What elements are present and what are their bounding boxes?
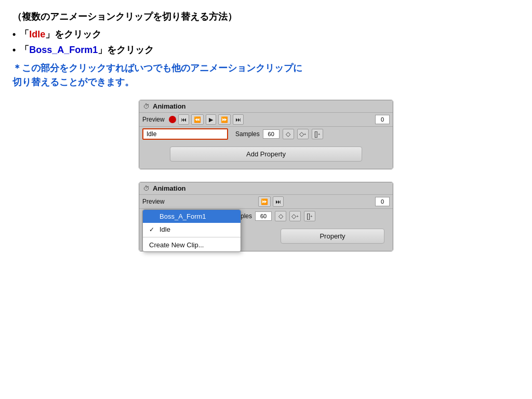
panel2-title: Animation: [153, 184, 186, 192]
bullet-dot-1: •: [12, 29, 16, 40]
bullet-item-2: • 「Boss_A_Form1」をクリック: [12, 44, 520, 56]
add-keyframe-btn-2[interactable]: []+: [304, 211, 315, 221]
record-button-1[interactable]: [169, 116, 176, 123]
step-fwd-btn-1[interactable]: ⏩: [218, 114, 231, 125]
panels-container: ⏱ Animation Preview ⏮ ⏪ ▶ ⏩ ⏭ 0 Idle Sam…: [12, 100, 520, 251]
checkmark-idle: ✓: [149, 226, 156, 233]
skip-end-btn-2[interactable]: ⏭: [273, 196, 284, 207]
note-text: ＊この部分をクリックすればいつでも他のアニメーションクリップに 切り替えることが…: [12, 61, 520, 89]
frame-number-2: 0: [375, 197, 390, 206]
samples-value-1: 60: [263, 129, 280, 139]
samples-label-1: Samples: [235, 130, 260, 138]
keyword-boss: Boss_A_Form1: [29, 45, 98, 55]
add-property-btn-2[interactable]: Property: [281, 229, 384, 244]
skip-start-btn-1[interactable]: ⏮: [178, 114, 189, 125]
clip-name-label-1: Idle: [147, 130, 156, 138]
page-container: （複数のアニメーションクリップを切り替える方法） • 「Idle」をクリック •…: [12, 10, 520, 251]
panel2-toolbar: Preview ⏩ ⏭ 0: [139, 195, 393, 209]
add-property-btn-1[interactable]: Add Property: [170, 147, 362, 162]
skip-end-btn-1[interactable]: ⏭: [233, 114, 244, 125]
samples-value-2: 60: [255, 211, 272, 221]
panel1-title: Animation: [153, 102, 186, 110]
dropdown-label-idle: Idle: [159, 225, 170, 233]
bullet-dot-2: •: [12, 45, 16, 56]
panel1-add-property-area: Add Property: [139, 141, 393, 169]
play-btn-1[interactable]: ▶: [206, 114, 216, 125]
diamond-plus-btn-2[interactable]: ◇+: [289, 211, 301, 221]
preview-label-2: Preview: [142, 198, 165, 205]
dropdown-label-boss: Boss_A_Form1: [159, 212, 206, 220]
panel1-title-bar: ⏱ Animation: [139, 100, 393, 113]
diamond-plus-btn-1[interactable]: ◇+: [297, 129, 309, 139]
diamond-btn-2[interactable]: ◇: [275, 211, 286, 221]
bullet-text-2: 「Boss_A_Form1」をクリック: [20, 44, 154, 56]
clip-name-box-1[interactable]: Idle: [142, 128, 228, 140]
animation-panel-1: ⏱ Animation Preview ⏮ ⏪ ▶ ⏩ ⏭ 0 Idle Sam…: [139, 100, 393, 169]
bullet-item-1: • 「Idle」をクリック: [12, 28, 520, 41]
add-keyframe-btn-1[interactable]: []+: [312, 129, 323, 139]
keyword-idle: Idle: [29, 29, 45, 39]
clock-icon-2: ⏱: [143, 185, 150, 192]
bullet-list: • 「Idle」をクリック • 「Boss_A_Form1」をクリック: [12, 28, 520, 56]
dropdown-item-boss[interactable]: Boss_A_Form1: [143, 210, 241, 223]
dropdown-item-idle[interactable]: ✓ Idle: [143, 223, 241, 236]
panel1-clip-row: Idle Samples 60 ◇ ◇+ []+: [139, 127, 393, 141]
dropdown-create-new[interactable]: Create New Clip...: [143, 238, 241, 251]
step-back-btn-1[interactable]: ⏪: [191, 114, 204, 125]
step-fwd-btn-2[interactable]: ⏩: [258, 196, 271, 207]
frame-number-1: 0: [375, 115, 390, 124]
clip-dropdown[interactable]: Boss_A_Form1 ✓ Idle Create New Clip...: [142, 209, 241, 252]
dropdown-divider: [143, 237, 241, 237]
bullet-text-1: 「Idle」をクリック: [20, 28, 101, 41]
preview-label-1: Preview: [142, 116, 165, 123]
diamond-btn-1[interactable]: ◇: [283, 129, 294, 139]
panel1-toolbar: Preview ⏮ ⏪ ▶ ⏩ ⏭ 0: [139, 113, 393, 127]
clock-icon-1: ⏱: [143, 103, 150, 110]
animation-panel-2: ⏱ Animation Preview ⏩ ⏭ 0 Boss_A_Form1 ▶…: [139, 182, 393, 251]
instruction-title: （複数のアニメーションクリップを切り替える方法）: [12, 10, 520, 23]
panel2-title-bar: ⏱ Animation: [139, 182, 393, 195]
